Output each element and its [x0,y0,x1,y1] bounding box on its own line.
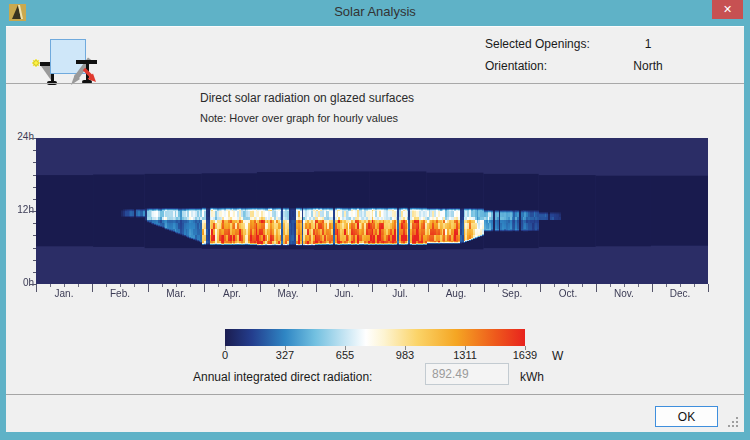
x-axis-month-labels: Jan.Feb.Mar.Apr.May.Jun.Jul.Aug.Sep.Oct.… [36,288,708,302]
x-tick-week [456,284,457,287]
month-label: Jul. [372,288,428,302]
x-tick-week [50,284,51,287]
x-tick-week [330,284,331,287]
orientation-value: North [606,59,690,73]
x-tick-week [64,284,65,287]
month-label: Jan. [36,288,92,302]
solar-analysis-button[interactable] [50,39,86,74]
x-tick-week [400,284,401,287]
y-tick [33,248,36,249]
month-label: Aug. [428,288,484,302]
x-tick-week [470,284,471,287]
x-tick-week [134,284,135,287]
x-tick-week [274,284,275,287]
x-tick-week [526,284,527,287]
orientation-label: Orientation: [485,59,547,73]
x-tick-week [344,284,345,287]
annual-radiation-unit: kWh [520,370,544,384]
x-tick-week [568,284,569,287]
chart-note: Note: Hover over graph for hourly values [200,112,398,124]
y-tick [33,223,36,224]
sun-on-opening-button[interactable] [14,39,50,74]
selected-openings-value: 1 [606,37,690,51]
x-tick-week [302,284,303,287]
x-tick-week [190,284,191,287]
x-tick-week [582,284,583,287]
month-label: Nov. [596,288,652,302]
x-tick-week [176,284,177,287]
footer-divider [6,394,744,395]
y-tick [33,272,36,273]
window-title: Solar Analysis [0,4,750,19]
header-divider [6,83,744,84]
month-label: Apr. [204,288,260,302]
colorbar-tick-label: 327 [267,349,303,361]
month-label: Oct. [540,288,596,302]
month-label: Jun. [316,288,372,302]
y-tick [33,199,36,200]
colorbar-gradient [225,329,525,346]
heatmap-canvas[interactable] [36,138,708,284]
month-label: Feb. [92,288,148,302]
x-tick-week [78,284,79,287]
x-tick-week [414,284,415,287]
x-tick-week [246,284,247,287]
x-tick-week [694,284,695,287]
x-tick-week [666,284,667,287]
x-tick-week [232,284,233,287]
colorbar-tick-label: 1311 [447,349,483,361]
y-axis-label-0h: 0h [6,277,34,288]
dialog-content: Selected Openings: 1 Orientation: North … [6,26,744,432]
y-tick [33,260,36,261]
resize-grip-icon[interactable] [727,417,740,429]
x-tick-week [386,284,387,287]
y-axis-label-24h: 24h [6,131,34,142]
colorbar-labels: 032765598313111639 [225,349,525,363]
colorbar-unit: W [552,349,563,363]
solar-analysis-dialog: Solar Analysis ✕ [0,0,750,440]
x-tick-week [498,284,499,287]
chart-title: Direct solar radiation on glazed surface… [200,91,414,105]
selected-openings-label: Selected Openings: [485,37,590,51]
y-tick [30,138,36,139]
y-tick [33,175,36,176]
month-label: May. [260,288,316,302]
month-label: Dec. [652,288,708,302]
month-label: Sep. [484,288,540,302]
colorbar-tick-label: 0 [207,349,243,361]
ok-button[interactable]: OK [655,406,718,427]
x-tick-month [708,284,709,292]
x-tick-week [162,284,163,287]
y-tick [33,235,36,236]
x-tick-week [624,284,625,287]
annual-radiation-label: Annual integrated direct radiation: [193,370,372,384]
y-tick [33,162,36,163]
y-axis-label-12h: 12h [6,204,34,215]
x-tick-week [106,284,107,287]
x-tick-week [554,284,555,287]
close-button[interactable]: ✕ [712,0,743,19]
annual-radiation-field[interactable] [425,363,509,385]
x-tick-week [288,284,289,287]
x-tick-week [680,284,681,287]
colorbar-tick-label: 983 [387,349,423,361]
x-tick-week [218,284,219,287]
x-tick-week [120,284,121,287]
colorbar-tick-label: 655 [327,349,363,361]
y-tick [30,211,36,212]
x-tick-week [512,284,513,287]
title-bar[interactable]: Solar Analysis ✕ [0,0,750,26]
y-tick [33,150,36,151]
month-label: Mar. [148,288,204,302]
x-tick-week [610,284,611,287]
x-tick-week [442,284,443,287]
colorbar-tick-label: 1639 [507,349,543,361]
x-tick-week [358,284,359,287]
y-tick [33,187,36,188]
x-tick-week [638,284,639,287]
